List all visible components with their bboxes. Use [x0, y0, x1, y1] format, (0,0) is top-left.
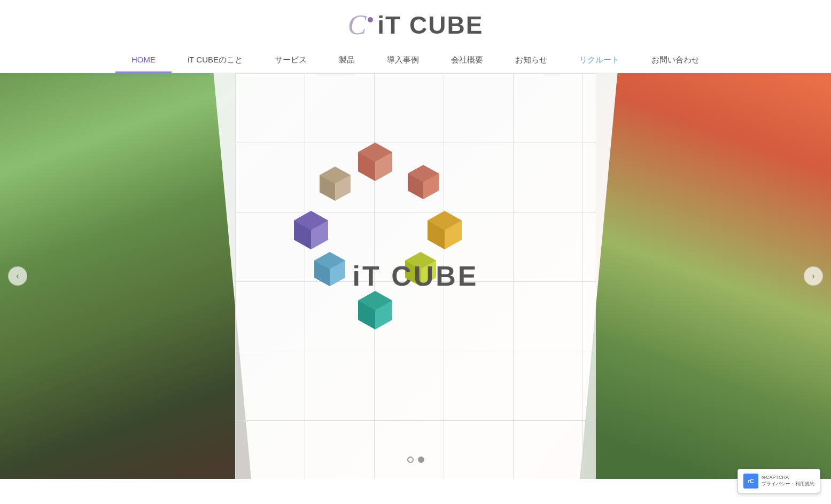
nav-item-home[interactable]: HOME [115, 48, 172, 73]
nav-item-cases[interactable]: 導入事例 [371, 48, 435, 73]
hero-brand-text: iT CUBE [353, 261, 479, 292]
recaptcha-logo-icon: rC [743, 474, 758, 489]
nav-item-news[interactable]: お知らせ [499, 48, 563, 73]
logo-dot-icon [368, 17, 373, 22]
nav-item-services[interactable]: サービス [259, 48, 323, 73]
site-header: C iT CUBE [0, 0, 831, 48]
slider-dots [407, 456, 424, 463]
slider-next-button[interactable]: › [804, 266, 823, 286]
logo[interactable]: C iT CUBE [348, 11, 484, 40]
slide-dot-1[interactable] [407, 456, 414, 463]
hero-veg-right [580, 73, 831, 479]
logo-script-icon: C [348, 11, 367, 39]
nav-item-about[interactable]: iT CUBEのこと [172, 48, 259, 73]
recaptcha-text: reCAPTCHA プライバシー・利用規約 [762, 475, 814, 487]
hero-veg-left [0, 73, 251, 479]
recaptcha-badge: rC reCAPTCHA プライバシー・利用規約 [737, 469, 820, 493]
nav-item-contact[interactable]: お問い合わせ [635, 48, 716, 73]
nav-item-recruit[interactable]: リクルート [563, 48, 635, 73]
hero-brand: iT CUBE [353, 260, 479, 292]
main-nav: HOME iT CUBEのこと サービス 製品 導入事例 会社概要 お知らせ リ… [0, 48, 831, 73]
slider-prev-button[interactable]: ‹ [8, 266, 27, 286]
nav-item-products[interactable]: 製品 [323, 48, 371, 73]
nav-item-company[interactable]: 会社概要 [435, 48, 499, 73]
logo-brand-text: iT CUBE [377, 11, 483, 40]
slide-dot-2[interactable] [418, 456, 424, 463]
hero-slider: iT CUBE ‹ › [0, 73, 831, 479]
